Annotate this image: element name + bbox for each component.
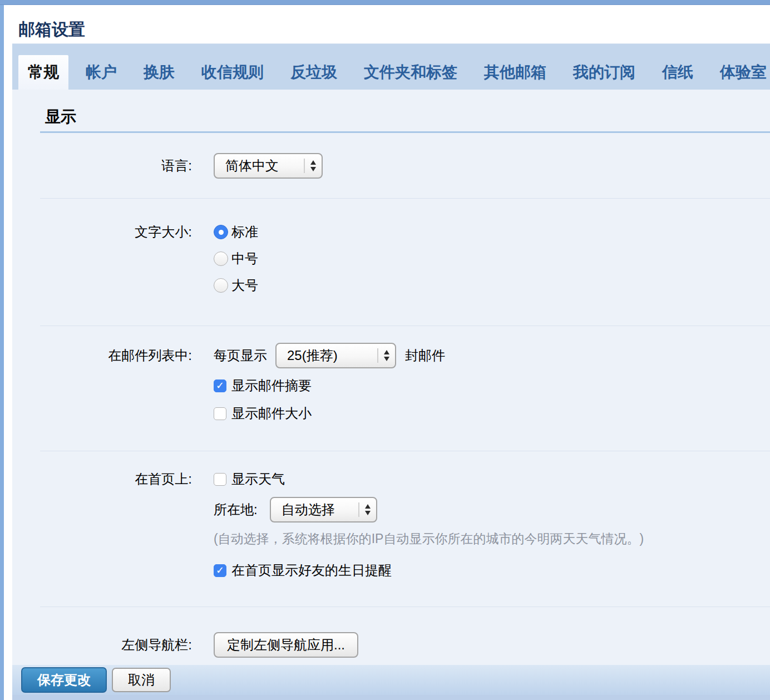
select-separator [304, 159, 305, 173]
select-separator [358, 502, 359, 517]
tab-folders-and-labels[interactable]: 文件夹和标签 [354, 55, 467, 90]
location-line: 所在地: 自动选择 [214, 497, 644, 522]
radio-label: 大号 [231, 277, 258, 294]
show-weather-line: 显示天气 [214, 466, 644, 492]
homepage-row: 在首页上: 显示天气 所在地: 自动选择 (自动选择，系统将 [40, 451, 770, 607]
per-page-suffix: 封邮件 [405, 347, 445, 364]
per-page-select-value: 25(推荐) [287, 347, 373, 364]
text-size-row: 文字大小: 标准 中号 大号 [40, 199, 770, 326]
cancel-button[interactable]: 取消 [112, 668, 171, 692]
page-content-wrap: 邮箱设置 常规 帐户 换肤 收信规则 反垃圾 文件夹和标签 其他邮箱 我的订阅 … [12, 5, 770, 700]
homepage-label: 在首页上: [40, 451, 192, 607]
stepper-arrows-icon [365, 504, 371, 515]
radio-label: 中号 [231, 250, 258, 268]
radio-text-size-standard[interactable] [214, 225, 228, 239]
checkbox-label: 在首页显示好友的生日提醒 [231, 561, 392, 579]
birthday-reminder-line: ✓ 在首页显示好友的生日提醒 [214, 557, 644, 584]
display-section-heading: 显示 [45, 106, 770, 127]
language-label: 语言: [40, 157, 192, 175]
tab-label: 信纸 [662, 63, 693, 81]
check-icon: ✓ [216, 565, 224, 575]
select-separator [377, 348, 378, 363]
checkbox-label: 显示邮件大小 [231, 405, 312, 422]
tab-label: 收信规则 [201, 63, 264, 81]
tab-label: 换肤 [144, 63, 175, 81]
language-select[interactable]: 简体中文 [214, 153, 323, 179]
per-page-select[interactable]: 25(推荐) [275, 343, 396, 368]
stepper-arrows-icon [384, 350, 389, 361]
tab-general[interactable]: 常规 [18, 55, 68, 90]
show-weather-checkbox[interactable] [214, 473, 226, 486]
per-page-prefix: 每页显示 [214, 347, 267, 364]
left-nav-row: 左侧导航栏: 定制左侧导航应用... [40, 607, 770, 665]
per-page-line: 每页显示 25(推荐) 封邮件 [214, 343, 445, 368]
text-size-option-medium: 中号 [214, 245, 258, 272]
tab-lab[interactable]: 体验室 [710, 55, 770, 90]
text-size-option-standard: 标准 [214, 219, 258, 245]
text-size-label: 文字大小: [40, 199, 192, 326]
check-icon: ✓ [216, 381, 224, 391]
tab-receive-rules[interactable]: 收信规则 [192, 55, 273, 90]
tab-my-subscriptions[interactable]: 我的订阅 [564, 55, 645, 90]
save-button[interactable]: 保存更改 [21, 667, 107, 693]
tab-label: 文件夹和标签 [364, 63, 457, 81]
location-select-value: 自动选择 [282, 501, 354, 519]
language-row: 语言: 简体中文 [40, 133, 770, 199]
page-header: 邮箱设置 [12, 5, 770, 43]
tab-other-mailboxes[interactable]: 其他邮箱 [475, 55, 556, 90]
section-underline [40, 131, 770, 133]
tab-label: 帐户 [86, 63, 117, 81]
show-summary-line: ✓ 显示邮件摘要 [214, 372, 445, 400]
birthday-reminder-checkbox[interactable]: ✓ [214, 564, 226, 577]
tab-label: 我的订阅 [573, 63, 635, 81]
footer-bar: 保存更改 取消 [12, 665, 770, 695]
window-bottom-edge [12, 695, 770, 700]
show-size-checkbox[interactable] [214, 407, 226, 420]
tab-label: 反垃圾 [290, 63, 337, 81]
tab-label: 常规 [28, 63, 59, 81]
radio-text-size-medium[interactable] [214, 252, 228, 266]
customize-left-nav-button[interactable]: 定制左侧导航应用... [214, 632, 358, 658]
show-size-line: 显示邮件大小 [214, 400, 445, 427]
checkbox-label: 显示天气 [231, 470, 285, 488]
tab-skin[interactable]: 换肤 [134, 55, 184, 90]
mail-list-label: 在邮件列表中: [40, 326, 192, 451]
radio-label: 标准 [231, 223, 258, 241]
window-top-edge [0, 0, 770, 5]
tab-label: 体验室 [720, 63, 767, 81]
general-settings-panel: 显示 语言: 简体中文 文字大小: 标准 [12, 90, 770, 665]
page-title: 邮箱设置 [18, 18, 770, 41]
tab-account[interactable]: 帐户 [76, 55, 126, 90]
location-label: 所在地: [214, 501, 258, 519]
text-size-option-large: 大号 [214, 272, 258, 299]
mail-list-row: 在邮件列表中: 每页显示 25(推荐) 封邮件 ✓ 显示邮件摘要 [40, 326, 770, 451]
tab-anti-spam[interactable]: 反垃圾 [281, 55, 347, 90]
tab-stationery[interactable]: 信纸 [653, 55, 703, 90]
stepper-arrows-icon [310, 160, 316, 171]
weather-auto-note: (自动选择，系统将根据你的IP自动显示你所在的城市的今明两天天气情况。) [214, 530, 644, 547]
show-summary-checkbox[interactable]: ✓ [214, 379, 226, 392]
radio-text-size-large[interactable] [214, 278, 228, 293]
checkbox-label: 显示邮件摘要 [231, 377, 312, 395]
language-select-value: 简体中文 [225, 157, 299, 175]
settings-tab-bar: 常规 帐户 换肤 收信规则 反垃圾 文件夹和标签 其他邮箱 我的订阅 信纸 体验… [12, 44, 770, 90]
location-select[interactable]: 自动选择 [270, 497, 377, 522]
tab-label: 其他邮箱 [484, 63, 546, 81]
left-nav-label: 左侧导航栏: [40, 607, 192, 665]
window-left-edge [0, 5, 4, 700]
mail-settings-page: 邮箱设置 常规 帐户 换肤 收信规则 反垃圾 文件夹和标签 其他邮箱 我的订阅 … [4, 5, 770, 700]
display-section-header: 显示 [12, 90, 770, 133]
